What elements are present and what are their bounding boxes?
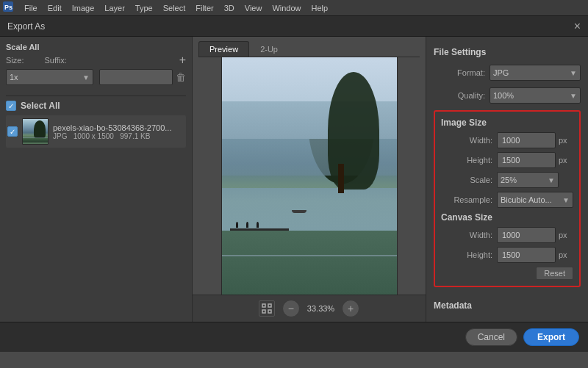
suffix-label: Suffix: xyxy=(44,56,66,65)
preview-area xyxy=(193,57,426,295)
bottom-bar: Cancel Export xyxy=(0,322,588,352)
file-info: pexels-xiao-bo-53084368-2700... JPG 1000… xyxy=(53,123,171,140)
zoom-out-icon: − xyxy=(288,303,294,314)
resample-select[interactable]: Bicubic Auto... Bicubic Bilinear Nearest… xyxy=(497,192,573,208)
menu-help[interactable]: Help xyxy=(306,2,334,14)
image-width-input[interactable] xyxy=(497,132,556,148)
center-panel: Preview 2-Up xyxy=(193,37,426,322)
svg-text:Ps: Ps xyxy=(4,4,12,11)
image-height-label: Height: xyxy=(441,156,492,165)
quality-label: Quality: xyxy=(434,91,485,100)
resample-label: Resample: xyxy=(441,195,492,204)
file-thumbnail xyxy=(22,118,49,145)
canvas-height-row: Height: px xyxy=(441,247,573,263)
cancel-button[interactable]: Cancel xyxy=(465,328,517,346)
menu-window[interactable]: Window xyxy=(267,2,306,14)
size-label: Size: xyxy=(6,56,24,65)
resample-row: Resample: Bicubic Auto... Bicubic Biline… xyxy=(441,192,573,208)
canvas-height-label: Height: xyxy=(441,250,492,259)
size-select[interactable]: 1x 2x 3x xyxy=(6,69,93,85)
zoom-bar: − 33.33% + xyxy=(193,295,426,322)
menu-edit[interactable]: Edit xyxy=(43,2,67,14)
export-button[interactable]: Export xyxy=(523,328,579,346)
dialog-body: Scale All Size: Suffix: + 1x 2x 3x ▼ xyxy=(0,37,588,322)
right-panel: File Settings Format: JPG PNG GIF SVG WE… xyxy=(426,37,588,322)
image-width-row: Width: px xyxy=(441,132,573,148)
file-name: pexels-xiao-bo-53084368-2700... xyxy=(53,123,171,132)
image-size-title: Image Size xyxy=(441,118,573,128)
menu-type[interactable]: Type xyxy=(130,2,158,14)
checkbox-check-icon: ✓ xyxy=(8,102,14,110)
quality-row: Quality: 100% 90% 80% 70% 60% ▼ xyxy=(434,87,581,104)
tab-preview[interactable]: Preview xyxy=(198,41,249,57)
zoom-in-icon: + xyxy=(348,303,354,314)
file-list-item[interactable]: ✓ pexels-xiao-bo-53084368-2700... JPG 10… xyxy=(6,115,186,148)
tabs-row: Preview 2-Up xyxy=(193,37,426,57)
image-width-label: Width: xyxy=(441,136,492,145)
delete-scale-button[interactable]: 🗑 xyxy=(176,71,186,83)
left-panel: Scale All Size: Suffix: + 1x 2x 3x ▼ xyxy=(0,37,193,322)
reset-row: Reset xyxy=(441,267,573,280)
metadata-title: Metadata xyxy=(434,300,581,311)
menu-select[interactable]: Select xyxy=(158,2,191,14)
preview-image xyxy=(221,57,398,295)
divider-1 xyxy=(6,95,186,96)
scale-select[interactable]: 25% 50% 75% 100% xyxy=(497,172,559,188)
menu-file[interactable]: File xyxy=(19,2,43,14)
fit-to-screen-button[interactable] xyxy=(259,300,275,317)
svg-rect-3 xyxy=(268,304,271,307)
canvas-width-row: Width: px xyxy=(441,227,573,243)
zoom-out-button[interactable]: − xyxy=(282,300,300,317)
image-size-canvas-size-section: Image Size Width: px Height: px Scale: 2… xyxy=(434,110,581,287)
dialog-title: Export As xyxy=(7,21,45,32)
select-all-row: ✓ Select All xyxy=(6,101,186,111)
zoom-in-button[interactable]: + xyxy=(342,300,359,317)
ps-logo: Ps xyxy=(3,1,13,14)
canvas-width-label: Width: xyxy=(441,231,492,239)
svg-rect-5 xyxy=(268,310,271,313)
add-scale-button[interactable]: + xyxy=(179,54,186,66)
menu-view[interactable]: View xyxy=(240,2,268,14)
select-all-checkbox[interactable]: ✓ xyxy=(6,101,16,111)
reset-button[interactable]: Reset xyxy=(536,267,573,280)
metadata-section: Metadata xyxy=(434,297,581,315)
scale-all-label: Scale All xyxy=(6,43,186,51)
canvas-size-title: Canvas Size xyxy=(441,212,573,223)
dialog-close-button[interactable]: × xyxy=(574,20,581,33)
menu-3d[interactable]: 3D xyxy=(219,2,240,14)
format-select[interactable]: JPG PNG GIF SVG WEBP xyxy=(490,65,581,81)
quality-select[interactable]: 100% 90% 80% 70% 60% xyxy=(490,87,581,104)
file-meta: JPG 1000 x 1500 997.1 KB xyxy=(53,132,171,140)
scale-row: Scale: 25% 50% 75% 100% ▼ xyxy=(441,172,573,188)
canvas-width-input[interactable] xyxy=(497,227,556,243)
zoom-level: 33.33% xyxy=(307,304,334,313)
menu-layer[interactable]: Layer xyxy=(99,2,130,14)
svg-rect-4 xyxy=(262,310,265,313)
menu-filter[interactable]: Filter xyxy=(190,2,218,14)
menu-bar: Ps File Edit Image Layer Type Select Fil… xyxy=(0,0,588,16)
select-all-label: Select All xyxy=(21,101,60,111)
image-height-input[interactable] xyxy=(497,152,556,168)
dialog-title-bar: Export As × xyxy=(0,16,588,37)
canvas-height-input[interactable] xyxy=(497,247,556,263)
suffix-input[interactable] xyxy=(99,69,173,85)
menu-image[interactable]: Image xyxy=(67,2,100,14)
file-settings-title: File Settings xyxy=(434,47,581,57)
item-checkbox[interactable]: ✓ xyxy=(7,126,18,137)
image-height-unit: px xyxy=(559,156,570,165)
scale-label: Scale: xyxy=(441,176,492,184)
scale-all-section: Scale All Size: Suffix: + 1x 2x 3x ▼ xyxy=(6,43,186,85)
canvas-size-section: Canvas Size Width: px Height: px Reset xyxy=(441,212,573,280)
format-row: Format: JPG PNG GIF SVG WEBP ▼ xyxy=(434,65,581,81)
export-as-dialog: Export As × Scale All Size: Suffix: + 1x… xyxy=(0,16,588,352)
tab-2up[interactable]: 2-Up xyxy=(249,41,289,57)
canvas-height-unit: px xyxy=(559,250,570,259)
image-width-unit: px xyxy=(559,136,570,145)
image-height-row: Height: px xyxy=(441,152,573,168)
format-label: Format: xyxy=(434,68,485,77)
svg-rect-2 xyxy=(262,304,265,307)
canvas-width-unit: px xyxy=(559,231,570,239)
item-checkbox-check-icon: ✓ xyxy=(10,128,15,136)
